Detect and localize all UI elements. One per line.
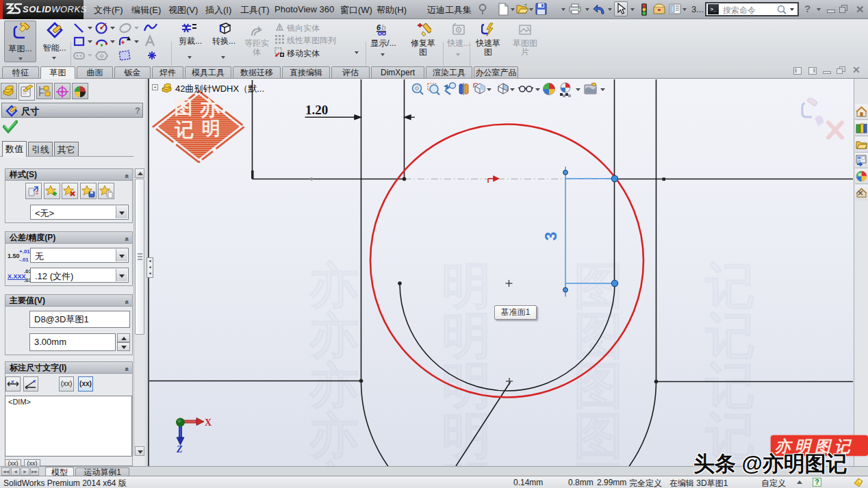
svg-text:明: 明	[442, 308, 491, 363]
svg-text:图: 图	[574, 358, 623, 413]
svg-text:Z: Z	[176, 444, 183, 454]
svg-text:记: 记	[174, 119, 194, 140]
svg-text:X: X	[205, 418, 212, 428]
svg-text:图: 图	[175, 97, 193, 118]
svg-text:图: 图	[574, 408, 623, 463]
svg-text:图: 图	[574, 458, 623, 466]
svg-text:3: 3	[542, 232, 560, 241]
svg-text:亦: 亦	[309, 458, 359, 466]
svg-text:明: 明	[442, 458, 491, 466]
svg-text:明: 明	[202, 118, 220, 139]
svg-text:b: b	[381, 23, 386, 31]
svg-text:亦: 亦	[309, 358, 359, 413]
svg-text:亦: 亦	[309, 258, 359, 313]
svg-text:亦: 亦	[309, 408, 359, 463]
svg-text:记: 记	[705, 258, 755, 313]
svg-text:6: 6	[376, 23, 381, 31]
svg-text:明: 明	[442, 408, 491, 463]
svg-text:记: 记	[705, 358, 755, 413]
svg-text:亦: 亦	[309, 308, 359, 363]
svg-text:亦: 亦	[199, 97, 220, 120]
svg-text:x: x	[32, 378, 36, 384]
svg-text:1.20: 1.20	[305, 103, 328, 117]
svg-text:明: 明	[442, 258, 491, 313]
svg-text:x: x	[10, 379, 14, 385]
svg-text:记: 记	[705, 308, 755, 363]
svg-text:图: 图	[574, 308, 623, 363]
